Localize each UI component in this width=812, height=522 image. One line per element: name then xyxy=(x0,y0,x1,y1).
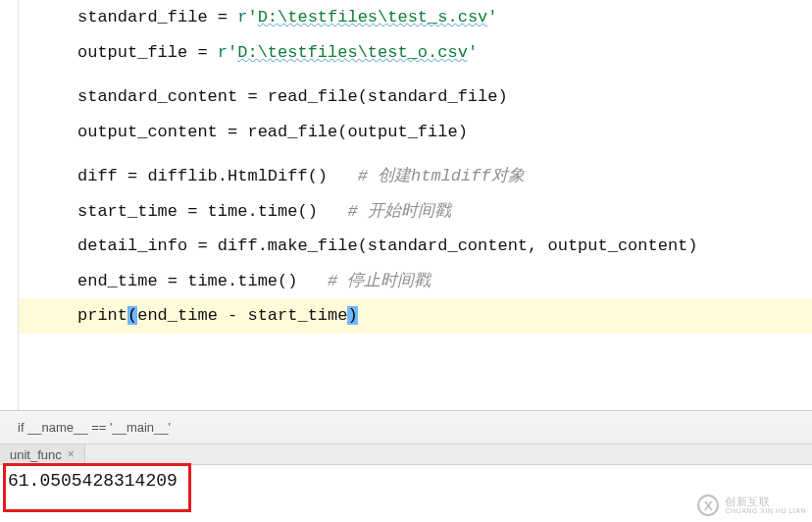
raw-prefix: r xyxy=(218,43,228,62)
watermark-logo-icon: X xyxy=(697,495,719,516)
code-text: output_file = xyxy=(77,43,218,62)
watermark-text: 创新互联 xyxy=(725,496,806,507)
string-quote: ' xyxy=(487,8,497,26)
code-line[interactable]: output_content = read_file(output_file) xyxy=(19,115,812,150)
breadcrumb-label: if __name__ == '__main__' xyxy=(18,420,171,435)
code-line[interactable]: end_time = time.time() # 停止时间戳 xyxy=(19,264,812,299)
selection: ( xyxy=(127,306,137,325)
breadcrumb[interactable]: if __name__ == '__main__' xyxy=(0,410,812,444)
file-path: D:\testfiles\test_s.csv xyxy=(258,8,488,26)
tab-unit-func[interactable]: unit_func × xyxy=(0,444,85,464)
watermark-subtext: CHUANG XIN HU LIAN xyxy=(725,507,806,515)
code-line-highlighted[interactable]: print(end_time - start_time) xyxy=(19,298,812,334)
code-line[interactable]: output_file = r'D:\testfiles\test_o.csv' xyxy=(19,35,812,71)
code-text: detail_info = diff.make_file(standard_co… xyxy=(77,236,698,255)
code-text: end_time - start_time xyxy=(137,306,347,325)
raw-prefix: r xyxy=(237,8,247,26)
code-text: end_time = time.time() xyxy=(77,272,328,290)
output-value: 61.0505428314209 xyxy=(8,471,178,491)
string-quote: ' xyxy=(468,43,478,62)
code-text: start_time = time.time() xyxy=(77,202,347,221)
string-quote: ' xyxy=(247,8,257,26)
comment: # 停止时间戳 xyxy=(328,272,431,290)
comment: # 创建htmldiff对象 xyxy=(358,167,525,185)
code-line[interactable]: detail_info = diff.make_file(standard_co… xyxy=(19,229,812,264)
code-text: standard_content = read_file(standard_fi… xyxy=(77,87,508,106)
close-icon[interactable]: × xyxy=(68,447,75,461)
file-path: D:\testfiles\test_o.csv xyxy=(237,43,468,62)
string-quote: ' xyxy=(228,43,237,62)
code-line[interactable]: start_time = time.time() # 开始时间戳 xyxy=(19,194,812,230)
watermark: X 创新互联 CHUANG XIN HU LIAN xyxy=(697,495,806,516)
code-line[interactable] xyxy=(19,149,812,159)
code-text: print xyxy=(77,306,127,325)
code-line[interactable]: diff = difflib.HtmlDiff() # 创建htmldiff对象 xyxy=(19,159,812,194)
code-text: diff = difflib.HtmlDiff() xyxy=(77,167,358,185)
code-editor[interactable]: standard_file = r'D:\testfiles\test_s.cs… xyxy=(18,0,812,412)
code-text: output_content = read_file(output_file) xyxy=(77,123,468,141)
comment: # 开始时间戳 xyxy=(347,202,450,221)
run-tabs: unit_func × xyxy=(0,444,812,465)
code-line[interactable]: standard_content = read_file(standard_fi… xyxy=(19,79,812,115)
tab-label: unit_func xyxy=(10,447,62,462)
code-line[interactable] xyxy=(19,70,812,79)
code-line[interactable]: standard_file = r'D:\testfiles\test_s.cs… xyxy=(19,0,812,35)
code-text: standard_file = xyxy=(77,8,237,26)
console-output[interactable]: 61.0505428314209 xyxy=(0,465,812,522)
selection: ) xyxy=(347,306,357,325)
